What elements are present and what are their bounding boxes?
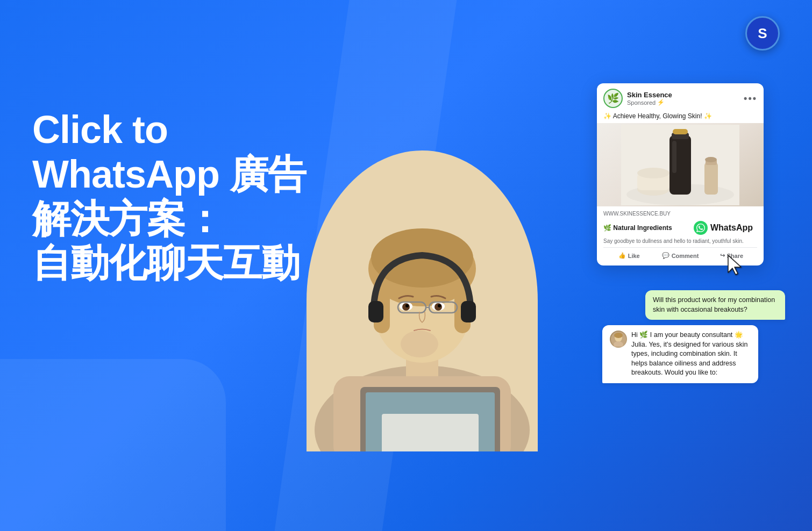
svg-point-36 [705, 157, 717, 162]
svg-point-18 [401, 331, 438, 357]
ad-card: 🌿 Skin Essence Sponsored ⚡ ••• ✨ Achieve… [597, 83, 764, 266]
bot-chat-bubble: Hi 🌿 I am your beauty consultant 🌟 Julia… [602, 325, 758, 383]
brand-avatar: 🌿 [603, 89, 623, 108]
svg-rect-29 [673, 129, 688, 134]
user-message: Will this product work for my combinatio… [653, 296, 775, 313]
headline-line3: 解決方案： [32, 197, 306, 241]
comment-icon: 💬 [662, 252, 669, 259]
brand-info: Skin Essence Sponsored ⚡ [627, 91, 739, 106]
avatar-button[interactable]: S [745, 16, 780, 51]
whatsapp-label: WhatsApp [710, 223, 753, 233]
bot-avatar [610, 331, 627, 348]
headline-line1: Click to [32, 107, 306, 152]
share-label: Share [727, 253, 744, 259]
ad-description: Say goodbye to dullness and hello to rad… [603, 238, 757, 244]
headline-section: Click to WhatsApp 廣告 解決方案： 自動化聊天互動 [32, 107, 306, 285]
product-name: 🌿 Natural Ingredients [603, 224, 685, 232]
bg-shape-left [0, 359, 226, 531]
ad-card-header: 🌿 Skin Essence Sponsored ⚡ ••• [597, 83, 764, 111]
comment-button[interactable]: 💬 Comment [654, 250, 706, 261]
headline-line4: 自動化聊天互動 [32, 241, 306, 285]
svg-point-39 [614, 333, 623, 338]
ad-footer-top: WWW.SKINESSENCE.BUY [603, 211, 757, 217]
svg-rect-20 [461, 301, 476, 322]
brand-name: Skin Essence [627, 91, 739, 99]
whatsapp-cta-button[interactable]: WhatsApp [689, 219, 757, 237]
ad-tagline: ✨ Achieve Healthy, Glowing Skin! ✨ [597, 111, 764, 123]
person-photo [307, 150, 538, 451]
headline-line2: WhatsApp 廣告 [32, 152, 306, 197]
ad-actions: 👍 Like 💬 Comment ↪ Share [603, 247, 757, 261]
more-button[interactable]: ••• [744, 93, 757, 104]
like-icon: 👍 [618, 252, 626, 259]
share-button[interactable]: ↪ Share [706, 250, 757, 261]
svg-rect-34 [704, 162, 718, 195]
svg-point-33 [637, 168, 669, 178]
sponsored-label: Sponsored ⚡ [627, 99, 739, 106]
ad-cta-row: 🌿 Natural Ingredients WhatsApp [603, 219, 757, 237]
user-chat-bubble: Will this product work for my combinatio… [645, 290, 785, 320]
like-label: Like [628, 253, 640, 259]
like-button[interactable]: 👍 Like [603, 250, 654, 261]
svg-point-14 [438, 304, 441, 307]
ad-website: WWW.SKINESSENCE.BUY [603, 211, 671, 217]
ad-footer: WWW.SKINESSENCE.BUY 🌿 Natural Ingredient… [597, 206, 764, 266]
bot-message: Hi 🌿 I am your beauty consultant 🌟 Julia… [631, 331, 751, 378]
whatsapp-icon [694, 221, 708, 235]
share-icon: ↪ [720, 252, 725, 259]
chat-area: Will this product work for my combinatio… [602, 290, 785, 383]
svg-rect-19 [368, 301, 383, 322]
ad-product-image [597, 123, 764, 206]
svg-rect-30 [672, 141, 676, 173]
comment-label: Comment [672, 253, 699, 259]
avatar-initial: S [758, 25, 767, 42]
svg-point-13 [405, 304, 409, 307]
svg-rect-23 [382, 414, 479, 451]
